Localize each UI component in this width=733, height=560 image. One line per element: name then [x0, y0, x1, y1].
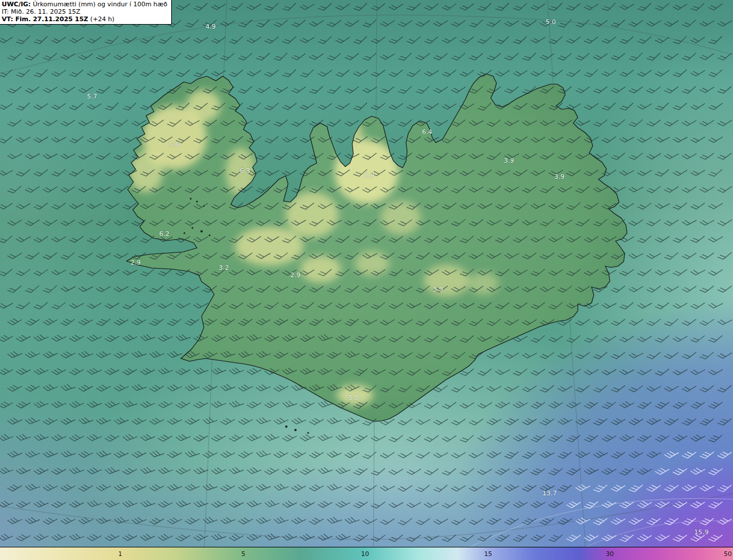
map-canvas: [0, 0, 733, 560]
colorbar-tick: 30: [606, 550, 614, 558]
map-title: Úrkomumætti (mm) og vindur í 100m hæð: [33, 1, 167, 8]
product-label: UWC/IG:: [2, 1, 31, 8]
colorbar-ticks: 1510153050: [0, 547, 733, 560]
colorbar-tick: 15: [484, 550, 492, 558]
title-box: UWC/IG: Úrkomumætti (mm) og vindur í 100…: [0, 0, 172, 25]
valid-offset: (+24 h): [90, 15, 115, 23]
valid-time-line: VT: Fim. 27.11.2025 15Z (+24 h): [2, 15, 167, 23]
colorbar-tick: 10: [361, 550, 369, 558]
init-time: IT: Mið. 26. 11. 2025 15Z: [2, 8, 167, 15]
colorbar-tick: 1: [118, 550, 122, 558]
valid-time: VT: Fim. 27.11.2025 15Z: [2, 15, 88, 23]
title-line: UWC/IG: Úrkomumætti (mm) og vindur í 100…: [2, 1, 167, 8]
weather-map: 4.95.05.75.66.36.42.93.93.96.22.93.22.93…: [0, 0, 733, 560]
colorbar: 1510153050: [0, 547, 733, 560]
colorbar-tick: 50: [724, 550, 732, 558]
colorbar-tick: 5: [241, 550, 245, 558]
